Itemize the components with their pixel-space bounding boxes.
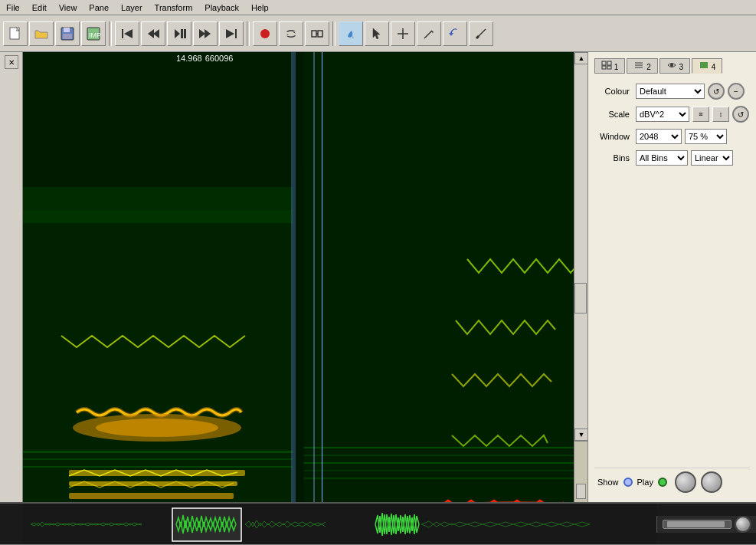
toolbar: IMP	[0, 15, 756, 52]
panel-tab-1[interactable]: 1	[594, 58, 625, 74]
bounce-button[interactable]	[305, 21, 329, 46]
svg-rect-54	[602, 61, 606, 65]
svg-rect-57	[607, 66, 611, 69]
draw-tool-button[interactable]	[339, 21, 363, 46]
open-button[interactable]	[29, 21, 54, 46]
right-panel: 1 2 3 4 Colour Default	[587, 52, 756, 502]
play-radio[interactable]	[658, 478, 667, 487]
forward-button[interactable]	[193, 21, 218, 46]
svg-marker-8	[148, 29, 154, 38]
content-area: ✕ 14.968 660096	[0, 52, 756, 502]
rewind-button[interactable]	[141, 21, 165, 46]
spectrogram-display[interactable]	[23, 52, 574, 502]
svg-rect-12	[184, 29, 186, 38]
bins-range-select[interactable]: All Bins	[636, 150, 688, 166]
navigate-tool-button[interactable]	[391, 21, 415, 46]
svg-point-17	[260, 29, 270, 38]
record-button[interactable]	[253, 21, 277, 46]
bins-control-row: Bins All Bins Linear	[594, 150, 750, 166]
waveform-track[interactable]	[23, 504, 656, 544]
svg-marker-9	[153, 29, 159, 38]
svg-rect-55	[607, 61, 611, 65]
main-content: ✕ 14.968 660096	[0, 52, 756, 545]
svg-rect-3	[63, 34, 72, 39]
rewind-start-button[interactable]	[115, 21, 139, 46]
panel-spacer	[594, 172, 750, 465]
scroll-track	[574, 64, 587, 428]
bins-scale-select[interactable]: Linear	[691, 150, 733, 166]
window-size-select[interactable]: 2048	[636, 129, 682, 144]
svg-rect-37	[23, 451, 293, 453]
volume-knob-1[interactable]	[675, 471, 696, 493]
svg-rect-47	[304, 455, 574, 456]
colour-select[interactable]: Default	[636, 84, 705, 99]
waveform-scrollbar-thumb[interactable]	[667, 521, 725, 527]
import-button[interactable]: IMP	[81, 21, 106, 46]
playback-cursor	[322, 52, 322, 502]
waveform-scrollbar[interactable]	[663, 520, 731, 529]
svg-marker-10	[175, 29, 180, 38]
show-radio[interactable]	[623, 478, 633, 487]
scale-select[interactable]: dBV^2	[636, 107, 689, 122]
separator-2	[247, 21, 250, 46]
svg-rect-39	[23, 466, 293, 468]
scale-refresh-button[interactable]: ↺	[732, 106, 749, 123]
colour-label: Colour	[594, 87, 633, 96]
colour-refresh-button[interactable]: ↺	[708, 83, 725, 100]
menu-view[interactable]: View	[53, 2, 83, 14]
menu-file[interactable]: File	[0, 2, 26, 14]
separator-3	[332, 21, 335, 46]
close-pane-button[interactable]: ✕	[5, 55, 18, 69]
svg-rect-29	[23, 52, 293, 187]
mini-scroll-area	[574, 441, 587, 502]
menu-playback[interactable]: Playback	[198, 2, 245, 14]
undo-tool-button[interactable]	[443, 21, 467, 46]
svg-rect-52	[291, 52, 296, 502]
svg-rect-11	[181, 29, 183, 38]
mini-scroll-thumb[interactable]	[576, 484, 586, 499]
window-overlap-select[interactable]: 75 %	[685, 129, 727, 144]
waveform-volume-knob[interactable]	[735, 516, 751, 533]
new-button[interactable]	[3, 21, 28, 46]
scale-btn1[interactable]: ≡	[692, 107, 709, 122]
svg-rect-49	[304, 470, 574, 471]
svg-rect-62	[700, 62, 708, 68]
scale-label: Scale	[594, 110, 633, 119]
menu-transform[interactable]: Transform	[149, 2, 199, 14]
menu-help[interactable]: Help	[245, 2, 275, 14]
panel-tab-4[interactable]: 4	[692, 58, 722, 74]
menu-edit[interactable]: Edit	[26, 2, 53, 14]
panel-tab-2[interactable]: 2	[627, 58, 657, 74]
save-button[interactable]	[55, 21, 80, 46]
play-label: Play	[637, 478, 653, 487]
tab4-number: 4	[712, 63, 716, 71]
menu-layer[interactable]: Layer	[115, 2, 149, 14]
select-tool-button[interactable]	[365, 21, 389, 46]
svg-rect-46	[304, 447, 574, 448]
time-display: 14.968 660096	[176, 54, 233, 63]
svg-rect-36	[69, 493, 234, 499]
forward-end-button[interactable]	[219, 21, 244, 46]
colour-edit-button[interactable]: −	[728, 83, 745, 100]
measure-tool-button[interactable]	[469, 21, 493, 46]
loop-button[interactable]	[279, 21, 303, 46]
volume-knob-2[interactable]	[701, 471, 722, 493]
play-pause-button[interactable]	[167, 21, 191, 46]
show-play-controls: Show Play	[594, 468, 750, 496]
window-label: Window	[594, 132, 633, 141]
svg-marker-16	[226, 29, 234, 38]
scroll-up-button[interactable]: ▲	[574, 52, 588, 64]
left-strip: ✕	[0, 52, 23, 502]
sample-value: 660096	[205, 54, 234, 63]
scroll-thumb[interactable]	[574, 283, 587, 314]
panel-tab-3[interactable]: 3	[659, 58, 690, 74]
menu-pane[interactable]: Pane	[83, 2, 115, 14]
colour-control-row: Colour Default ↺ −	[594, 83, 750, 100]
waveform-svg	[23, 504, 656, 544]
edit-tool-button[interactable]	[417, 21, 441, 46]
spectrogram-scrollbar: ▲ ▼	[574, 52, 587, 502]
scale-btn2[interactable]: ↕	[712, 107, 729, 122]
scroll-down-button[interactable]: ▼	[574, 428, 588, 441]
svg-marker-21	[373, 28, 380, 39]
svg-rect-18	[312, 31, 316, 37]
